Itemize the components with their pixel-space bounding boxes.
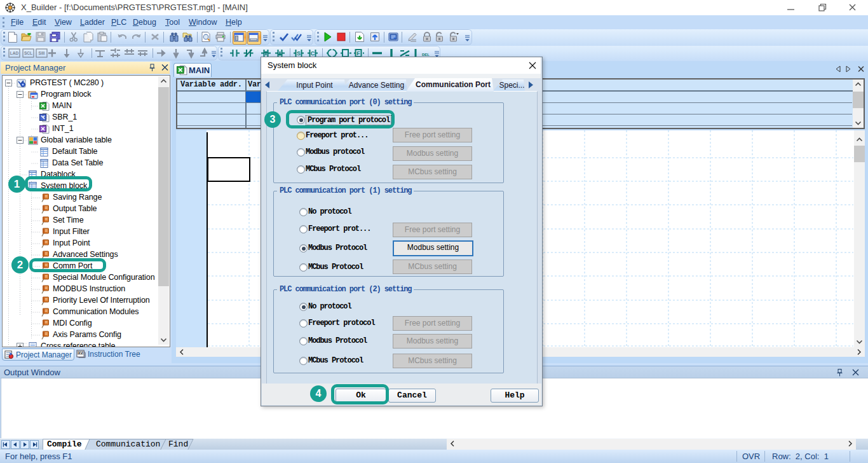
svg-text:XV: XV: [78, 351, 83, 355]
svg-text:C: C: [311, 50, 315, 57]
svg-text:F: F: [356, 50, 360, 57]
svg-text:S: S: [297, 50, 301, 57]
svg-text:LAD: LAD: [10, 51, 19, 55]
svg-text:SIII: SIII: [39, 51, 45, 55]
svg-text:SCL: SCL: [24, 51, 32, 55]
